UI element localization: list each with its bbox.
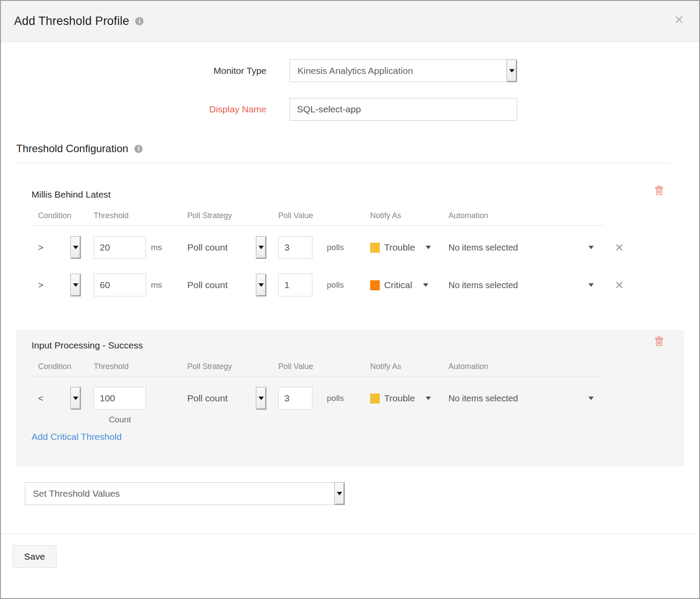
modal-footer: Save: [1, 534, 699, 568]
chevron-down-icon: [259, 397, 264, 400]
delete-metric-icon[interactable]: [654, 336, 664, 347]
threshold-row: < Count Poll count polls Trouble: [32, 387, 684, 410]
automation-value: No items selected: [448, 394, 518, 404]
poll-strategy-value: Poll count: [187, 280, 228, 290]
chevron-down-icon: [509, 69, 514, 73]
delete-metric-icon[interactable]: [654, 185, 664, 196]
info-icon[interactable]: i: [134, 145, 143, 153]
chevron-down-icon: [588, 397, 594, 400]
threshold-input[interactable]: [94, 236, 146, 259]
notify-as-select[interactable]: Trouble: [370, 393, 431, 404]
remove-row-icon[interactable]: ✕: [604, 280, 624, 291]
threshold-caption: Count: [94, 415, 146, 425]
display-name-label: Display Name: [1, 104, 266, 115]
severity-swatch: [370, 243, 380, 253]
threshold-unit: ms: [151, 280, 162, 290]
set-threshold-values-select[interactable]: Set Threshold Values: [25, 482, 345, 505]
metric-name: Millis Behind Latest: [32, 189, 684, 200]
col-header-threshold: Threshold: [94, 211, 187, 220]
poll-strategy-select[interactable]: [256, 274, 266, 296]
add-threshold-profile-modal: Add Threshold Profile i ✕ Monitor Type K…: [0, 0, 700, 599]
col-header-poll-strategy: Poll Strategy: [187, 362, 278, 371]
threshold-row: > ms Poll count polls Critical: [32, 274, 684, 296]
remove-row-icon[interactable]: ✕: [604, 242, 624, 253]
automation-select[interactable]: No items selected: [448, 394, 604, 404]
chevron-down-icon: [259, 283, 264, 287]
set-threshold-values-value: Set Threshold Values: [33, 488, 120, 499]
col-header-notify-as: Notify As: [370, 211, 448, 220]
automation-value: No items selected: [448, 280, 518, 290]
poll-strategy-select[interactable]: [256, 236, 266, 259]
severity-swatch: [370, 280, 380, 290]
condition-value: >: [38, 242, 43, 253]
threshold-input[interactable]: [94, 274, 146, 296]
notify-as-select[interactable]: Critical: [370, 280, 428, 290]
monitor-type-select[interactable]: Kinesis Analytics Application: [290, 59, 517, 82]
chevron-down-icon: [423, 283, 428, 287]
threshold-configuration-heading: Threshold Configuration i: [16, 143, 699, 155]
close-icon[interactable]: ✕: [674, 14, 684, 26]
notify-as-value: Trouble: [384, 393, 415, 404]
col-header-threshold: Threshold: [94, 362, 187, 371]
threshold-unit: ms: [151, 243, 162, 252]
display-name-row: Display Name: [1, 98, 699, 121]
chevron-down-icon: [426, 397, 431, 400]
add-critical-threshold-link[interactable]: Add Critical Threshold: [32, 432, 122, 442]
automation-select[interactable]: No items selected: [448, 280, 604, 290]
monitor-type-row: Monitor Type Kinesis Analytics Applicati…: [1, 59, 699, 82]
poll-value-unit: polls: [327, 394, 344, 403]
monitor-type-value: Kinesis Analytics Application: [298, 66, 413, 76]
automation-value: No items selected: [448, 243, 518, 253]
poll-strategy-value: Poll count: [187, 393, 228, 404]
metric-name: Input Processing - Success: [32, 340, 684, 351]
chevron-down-icon: [337, 492, 342, 495]
col-header-poll-value: Poll Value: [278, 362, 370, 371]
col-header-poll-value: Poll Value: [278, 211, 370, 220]
condition-value: >: [38, 280, 43, 290]
chevron-down-icon: [73, 283, 78, 287]
col-header-automation: Automation: [448, 362, 604, 371]
threshold-configuration-title: Threshold Configuration: [16, 143, 128, 155]
condition-select[interactable]: [70, 387, 81, 410]
threshold-table-header: Condition Threshold Poll Strategy Poll V…: [32, 211, 684, 226]
threshold-table-header: Condition Threshold Poll Strategy Poll V…: [32, 362, 684, 376]
poll-value-input[interactable]: [278, 274, 312, 296]
modal-title: Add Threshold Profile: [14, 14, 129, 28]
monitor-type-label: Monitor Type: [1, 66, 266, 76]
col-header-poll-strategy: Poll Strategy: [187, 211, 278, 220]
poll-value-unit: polls: [327, 243, 344, 252]
severity-swatch: [370, 394, 380, 404]
poll-value-input[interactable]: [278, 387, 312, 410]
poll-value-unit: polls: [327, 280, 344, 290]
monitor-type-dropdown-button[interactable]: [507, 59, 517, 82]
threshold-row: > ms Poll count polls Trouble: [32, 236, 684, 259]
poll-value-input[interactable]: [278, 236, 312, 259]
metric-block-input-processing-success: Input Processing - Success Condition Thr…: [16, 330, 684, 467]
info-icon[interactable]: i: [135, 17, 144, 25]
notify-as-value: Critical: [384, 280, 412, 290]
chevron-down-icon: [588, 246, 594, 249]
set-threshold-values-dropdown-button[interactable]: [334, 482, 345, 505]
col-header-notify-as: Notify As: [370, 362, 448, 371]
chevron-down-icon: [588, 283, 594, 287]
condition-select[interactable]: [70, 274, 81, 296]
condition-select[interactable]: [70, 236, 81, 259]
notify-as-value: Trouble: [384, 242, 415, 253]
save-button[interactable]: Save: [13, 545, 56, 568]
condition-value: <: [38, 393, 43, 404]
modal-header: Add Threshold Profile i ✕: [1, 1, 699, 42]
display-name-input[interactable]: [290, 98, 517, 121]
threshold-input[interactable]: [94, 387, 146, 410]
top-form: Monitor Type Kinesis Analytics Applicati…: [1, 42, 699, 121]
metric-block-millis-behind-latest: Millis Behind Latest Condition Threshold…: [16, 179, 684, 312]
col-header-automation: Automation: [448, 211, 604, 220]
poll-strategy-select[interactable]: [256, 387, 266, 410]
chevron-down-icon: [73, 397, 78, 400]
col-header-condition: Condition: [32, 211, 94, 220]
chevron-down-icon: [73, 246, 78, 249]
bottom-select-wrap: Set Threshold Values: [25, 482, 699, 505]
col-header-condition: Condition: [32, 362, 94, 371]
automation-select[interactable]: No items selected: [448, 243, 604, 253]
poll-strategy-value: Poll count: [187, 242, 228, 253]
notify-as-select[interactable]: Trouble: [370, 242, 431, 253]
